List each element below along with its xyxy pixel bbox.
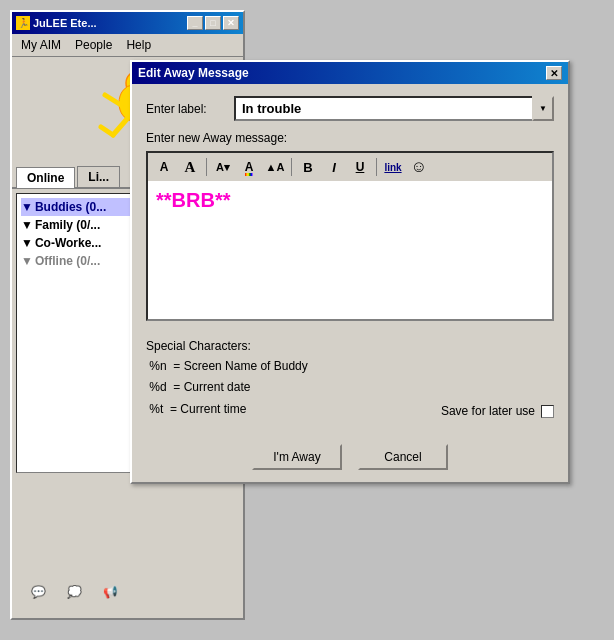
menu-help[interactable]: Help — [123, 37, 154, 53]
aim-title-left: 🏃 JuLEE Ete... — [16, 16, 97, 30]
dialog-title-text: Edit Away Message — [138, 66, 249, 80]
cancel-button[interactable]: Cancel — [358, 444, 448, 470]
special-char-t: %t = Current time — [146, 399, 246, 419]
special-char-d: %d = Current date — [146, 377, 554, 397]
aim-icon: 🏃 — [16, 16, 30, 30]
toolbar-separator-1 — [206, 158, 207, 176]
menu-people[interactable]: People — [72, 37, 115, 53]
desc-t: = Current time — [170, 402, 246, 416]
offline-arrow: ▼ — [21, 254, 33, 268]
link-button[interactable]: link — [381, 156, 405, 178]
enter-label-text: Enter label: — [146, 102, 226, 116]
font-size-down-button[interactable]: A▾ — [211, 156, 235, 178]
enter-msg-label: Enter new Away message: — [146, 131, 554, 145]
underline-icon: U — [356, 160, 365, 174]
link-icon: link — [384, 162, 401, 173]
broadcast-icon[interactable]: 📢 — [96, 578, 124, 606]
aim-menubar: My AIM People Help — [12, 34, 243, 57]
buddies-arrow: ▼ — [21, 200, 33, 214]
coworkers-label: Co-Worke... — [35, 236, 101, 250]
emoji-button[interactable]: ☺ — [407, 156, 431, 178]
desc-d: = Current date — [173, 380, 250, 394]
aim-title-bar: 🏃 JuLEE Ete... _ □ ✕ — [12, 12, 243, 34]
tab-list[interactable]: Li... — [77, 166, 120, 187]
toolbar-separator-2 — [291, 158, 292, 176]
aim-bottom-icons: 💬 💭 📢 — [20, 574, 128, 610]
font-serif-icon: A — [185, 159, 196, 176]
label-row: Enter label: In trouble ▼ — [146, 96, 554, 121]
label-dropdown[interactable]: In trouble — [234, 96, 554, 121]
italic-icon: I — [332, 160, 336, 175]
chat-icon[interactable]: 💬 — [24, 578, 52, 606]
code-n: %n — [149, 359, 166, 373]
special-chars-section: Special Characters: %n = Screen Name of … — [146, 336, 554, 422]
italic-button[interactable]: I — [322, 156, 346, 178]
svg-line-2 — [105, 95, 121, 105]
coworkers-arrow: ▼ — [21, 236, 33, 250]
family-arrow: ▼ — [21, 218, 33, 232]
buddies-label: Buddies (0... — [35, 200, 106, 214]
svg-line-4 — [113, 119, 127, 135]
aim-window-title: JuLEE Ete... — [33, 17, 97, 29]
font-size-down-icon: A▾ — [216, 161, 230, 174]
edit-away-message-dialog: Edit Away Message ✕ Enter label: In trou… — [130, 60, 570, 484]
underline-button[interactable]: U — [348, 156, 372, 178]
speech-icon[interactable]: 💭 — [60, 578, 88, 606]
font-sans-icon: A — [160, 160, 169, 174]
code-d: %d — [149, 380, 166, 394]
family-label: Family (0/... — [35, 218, 100, 232]
message-textarea[interactable]: **BRB** — [146, 181, 554, 321]
bold-icon: B — [303, 160, 312, 175]
save-row: Save for later use — [441, 401, 554, 421]
code-t: %t — [149, 402, 163, 416]
dialog-close-button[interactable]: ✕ — [546, 66, 562, 80]
offline-label: Offline (0/... — [35, 254, 100, 268]
special-char-n: %n = Screen Name of Buddy — [146, 356, 554, 376]
im-away-button[interactable]: I'm Away — [252, 444, 342, 470]
desc-n: = Screen Name of Buddy — [173, 359, 307, 373]
dialog-buttons: I'm Away Cancel — [132, 434, 568, 482]
special-char-t-row: %t = Current time Save for later use — [146, 397, 554, 421]
font-sans-button[interactable]: A — [152, 156, 176, 178]
special-chars-label: Special Characters: — [146, 336, 554, 356]
maximize-button[interactable]: □ — [205, 16, 221, 30]
svg-line-5 — [101, 127, 113, 135]
dropdown-wrapper: In trouble ▼ — [234, 96, 554, 121]
aim-title-buttons: _ □ ✕ — [187, 16, 239, 30]
dropdown-arrow-icon[interactable]: ▼ — [532, 96, 554, 121]
minimize-button[interactable]: _ — [187, 16, 203, 30]
font-color-icon: A — [245, 160, 254, 174]
emoji-icon: ☺ — [411, 158, 427, 176]
message-toolbar: A A A▾ A ▲A B — [146, 151, 554, 181]
menu-myaim[interactable]: My AIM — [18, 37, 64, 53]
dialog-body: Enter label: In trouble ▼ Enter new Away… — [132, 84, 568, 434]
save-checkbox[interactable] — [541, 405, 554, 418]
font-bgcolor-button[interactable]: ▲A — [263, 156, 287, 178]
toolbar-separator-3 — [376, 158, 377, 176]
close-button[interactable]: ✕ — [223, 16, 239, 30]
bold-button[interactable]: B — [296, 156, 320, 178]
dialog-title-bar: Edit Away Message ✕ — [132, 62, 568, 84]
tab-online[interactable]: Online — [16, 167, 75, 188]
font-bgcolor-icon: ▲A — [266, 161, 285, 173]
save-label: Save for later use — [441, 401, 535, 421]
font-color-button[interactable]: A — [237, 156, 261, 178]
font-serif-button[interactable]: A — [178, 156, 202, 178]
